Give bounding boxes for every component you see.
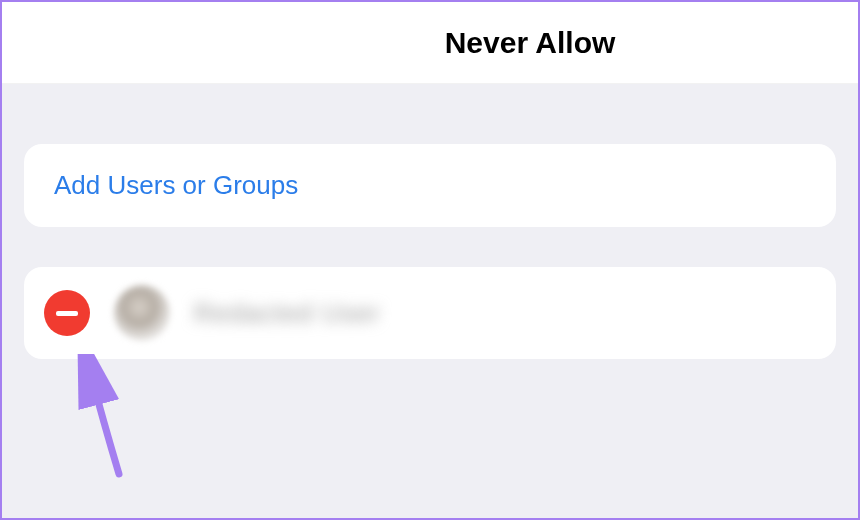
blocked-user-row[interactable]: Redacted User xyxy=(24,267,836,359)
delete-button[interactable] xyxy=(44,290,90,336)
user-name-label: Redacted User xyxy=(194,298,380,329)
add-users-link[interactable]: Add Users or Groups xyxy=(54,170,298,200)
pointer-arrow-icon xyxy=(64,354,144,484)
avatar xyxy=(114,285,170,341)
header-bar: Never Allow xyxy=(2,2,858,84)
page-title: Never Allow xyxy=(445,26,616,60)
minus-icon xyxy=(56,311,78,316)
add-users-section[interactable]: Add Users or Groups xyxy=(24,144,836,227)
